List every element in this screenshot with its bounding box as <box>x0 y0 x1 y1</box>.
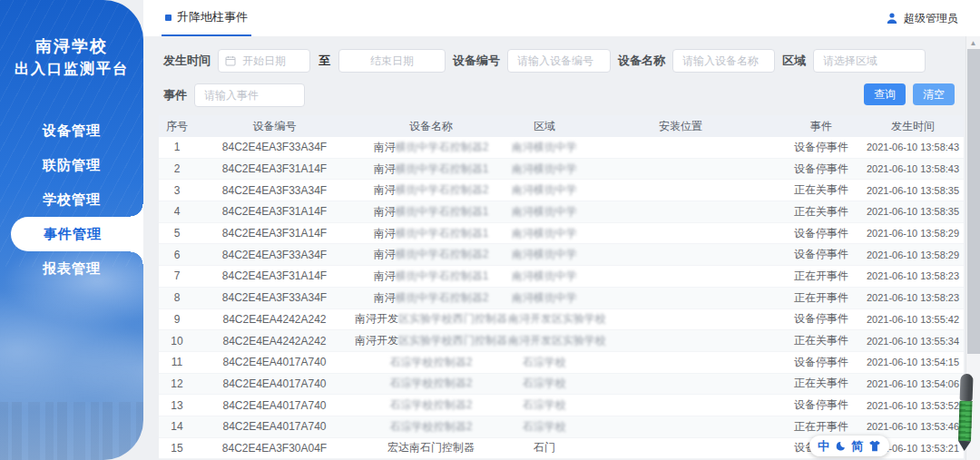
cell-region: 石淙学校 <box>508 419 581 435</box>
cell-event: 设备停事件 <box>780 397 862 413</box>
cell-index: 10 <box>159 335 195 347</box>
region-label: 区域 <box>782 53 806 69</box>
column-header-设备名称: 设备名称 <box>354 119 508 134</box>
sidebar-item-报表管理[interactable]: 报表管理 <box>0 251 143 286</box>
table-row: 1184C2E4EA4017A740石淙学校控制器2石淙学校设备停事件2021-… <box>159 352 964 374</box>
cell-device-name: 南浔横街中学石控制器1 <box>354 161 508 177</box>
cell-index: 8 <box>159 291 195 304</box>
cell-time: 2021-06-10 13:58:35 <box>862 185 964 196</box>
cell-device-name: 南浔横街中学石控制器2 <box>354 182 508 198</box>
user-menu[interactable]: 超级管理员 <box>886 0 958 36</box>
app-title: 南浔学校 出入口监测平台 <box>0 34 143 79</box>
ime-toolbar[interactable]: 中 简 <box>809 436 889 456</box>
cell-device-name: 南浔开发区实验学校西门控制器 <box>354 311 508 327</box>
cell-device-name: 南浔开发区实验学校西门控制器 <box>354 333 508 348</box>
table-row: 784C2E4EA3F31A14F南浔横街中学石控制器1南浔横街中学正在开事件2… <box>159 266 964 288</box>
filter-row-2: 事件 请输入事件 <box>163 83 305 107</box>
moon-icon[interactable] <box>835 441 846 452</box>
cell-device-no: 84C2E4EA4017A740 <box>195 377 354 390</box>
cell-event: 正在开事件 <box>780 290 862 306</box>
cell-region: 石淙学校 <box>508 355 581 370</box>
cell-device-no: 84C2E4EA3F30A04F <box>195 442 354 455</box>
pen-body <box>958 401 973 441</box>
column-header-发生时间: 发生时间 <box>862 119 964 134</box>
cell-device-no: 84C2E4EA3F33A34F <box>195 249 354 261</box>
end-date-input[interactable]: 结束日期 <box>338 49 446 73</box>
cell-device-name: 石淙学校控制器2 <box>354 419 508 435</box>
cell-event: 设备停事件 <box>780 355 862 370</box>
device-no-label: 设备编号 <box>453 53 500 69</box>
cell-index: 1 <box>159 141 195 153</box>
tab-bollard-events[interactable]: 升降地柱事件 <box>162 0 251 36</box>
cell-device-name: 石淙学校控制器2 <box>354 355 508 370</box>
cell-device-no: 84C2E4EA3F33A34F <box>195 141 354 153</box>
clear-button[interactable]: 清空 <box>913 83 955 105</box>
device-name-input[interactable]: 请输入设备名称 <box>672 49 775 73</box>
cell-index: 6 <box>159 249 195 261</box>
sidebar-item-事件管理[interactable]: 事件管理 <box>11 217 143 251</box>
cell-region: 南浔横街中学 <box>508 247 581 262</box>
cell-time: 2021-06-10 13:58:23 <box>862 292 964 303</box>
cell-device-no: 84C2E4EA4017A740 <box>195 399 354 412</box>
sidebar-item-设备管理[interactable]: 设备管理 <box>0 113 143 148</box>
filter-row-1: 发生时间 开始日期 至 结束日期 设备编号 请输入设备编号 设备名称 <box>163 49 926 73</box>
query-button[interactable]: 查询 <box>864 83 906 105</box>
cell-device-name: 石淙学校控制器2 <box>354 397 508 413</box>
cell-region: 南浔横街中学 <box>508 182 581 198</box>
start-date-input[interactable]: 开始日期 <box>218 49 310 73</box>
device-no-placeholder: 请输入设备编号 <box>508 54 610 69</box>
user-icon <box>886 12 898 24</box>
app-title-line2: 出入口监测平台 <box>0 58 143 79</box>
cell-device-no: 84C2E4EA4242A242 <box>195 335 354 347</box>
cell-device-no: 84C2E4EA3F31A14F <box>195 269 354 282</box>
cell-device-name: 宏达南石门控制器 <box>354 440 508 455</box>
table-row: 1384C2E4EA4017A740石淙学校控制器2石淙学校设备停事件2021-… <box>159 395 964 416</box>
sidebar-item-联防管理[interactable]: 联防管理 <box>0 148 143 182</box>
cell-index: 13 <box>159 399 195 412</box>
date-range-to-label: 至 <box>318 53 330 69</box>
cell-event: 设备停事件 <box>780 311 862 327</box>
cell-event: 正在关事件 <box>780 204 862 220</box>
scroll-up-arrow-icon[interactable]: ▲ <box>966 36 980 49</box>
cell-device-name: 南浔横街中学石控制器1 <box>354 226 508 241</box>
ime-language-toggle[interactable]: 中 <box>818 438 829 455</box>
event-placeholder: 请输入事件 <box>195 88 304 103</box>
cell-time: 2021-06-10 13:58:35 <box>862 206 964 217</box>
cell-event: 正在开事件 <box>780 269 862 284</box>
app-window: 南浔学校 出入口监测平台 设备管理联防管理学校管理事件管理报表管理 升降地柱事件… <box>0 0 980 460</box>
event-input[interactable]: 请输入事件 <box>194 83 305 107</box>
cell-index: 2 <box>159 162 195 175</box>
cell-index: 11 <box>159 356 195 368</box>
cell-time: 2021-06-10 13:55:34 <box>862 336 964 347</box>
calendar-icon <box>225 55 236 66</box>
shirt-icon[interactable] <box>868 440 881 452</box>
cell-event: 设备停事件 <box>780 161 862 177</box>
cell-event: 正在关事件 <box>780 333 862 348</box>
occur-time-label: 发生时间 <box>163 53 211 69</box>
cell-region: 石淙学校 <box>508 397 581 413</box>
cell-device-no: 84C2E4EA3F31A14F <box>195 227 354 240</box>
end-date-placeholder: 结束日期 <box>339 54 445 69</box>
table-header-row: 序号设备编号设备名称区域安装位置事件发生时间 <box>159 115 964 137</box>
cell-device-name: 南浔横街中学石控制器2 <box>354 290 508 306</box>
cell-time: 2021-06-10 13:53:46 <box>862 421 964 432</box>
cell-region: 南浔横街中学 <box>508 204 581 220</box>
table-row: 484C2E4EA3F31A14F南浔横街中学石控制器1南浔横街中学正在关事件2… <box>159 201 964 223</box>
cell-event: 设备停事件 <box>780 247 862 262</box>
filter-buttons: 查询 清空 <box>864 83 955 105</box>
cell-device-no: 84C2E4EA3F33A34F <box>195 291 354 304</box>
cell-region: 南浔开发区实验学校 <box>508 311 581 327</box>
column-header-安装位置: 安装位置 <box>581 119 780 134</box>
device-no-input[interactable]: 请输入设备编号 <box>507 49 611 73</box>
table-row: 1084C2E4EA4242A242南浔开发区实验学校西门控制器南浔开发区实验学… <box>159 330 964 352</box>
ime-simplified-toggle[interactable]: 简 <box>851 438 863 455</box>
sidebar-item-学校管理[interactable]: 学校管理 <box>0 182 143 217</box>
column-header-事件: 事件 <box>780 119 862 134</box>
scrollbar-thumb[interactable] <box>967 49 980 354</box>
events-table: 序号设备编号设备名称区域安装位置事件发生时间 184C2E4EA3F33A34F… <box>159 115 964 459</box>
cell-device-no: 84C2E4EA3F33A34F <box>195 184 354 197</box>
table-row: 884C2E4EA3F33A34F南浔横街中学石控制器2南浔横街中学正在开事件2… <box>159 288 964 309</box>
region-select[interactable]: 请选择区域 <box>813 49 926 73</box>
pen-cap <box>960 374 974 401</box>
table-row: 684C2E4EA3F33A34F南浔横街中学石控制器2南浔横街中学设备停事件2… <box>159 244 964 266</box>
